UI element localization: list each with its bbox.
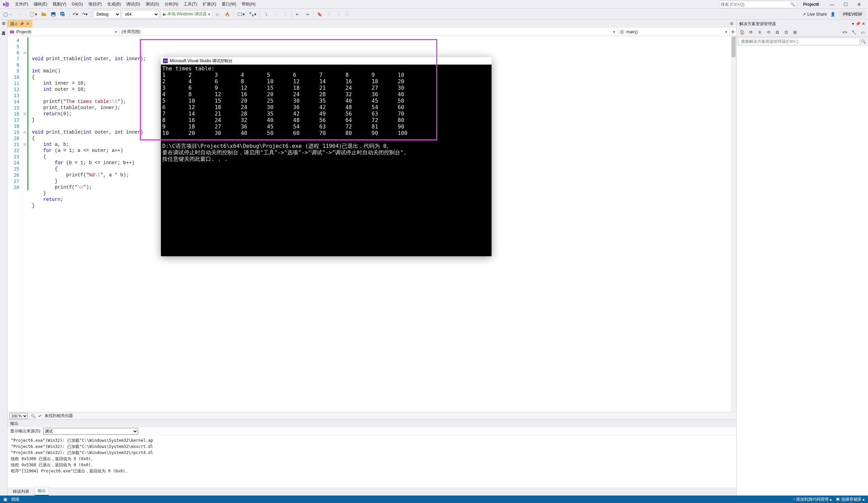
svg-rect-8	[249, 12, 251, 14]
editor-scrollbar[interactable]	[731, 36, 736, 412]
solution-tree[interactable]	[737, 46, 868, 495]
function-icon	[620, 30, 624, 34]
panel-menu-icon[interactable]: ▾	[852, 21, 854, 26]
undo-button[interactable]: ↶▾	[71, 10, 80, 18]
console-titlebar[interactable]: VS Microsoft Visual Studio 调试控制台	[161, 57, 492, 64]
menu-item[interactable]: 测试(S)	[143, 1, 162, 8]
sp-btn-5[interactable]: ⊟	[774, 29, 781, 36]
menu-item[interactable]: Git(G)	[69, 1, 85, 8]
hot-reload-button[interactable]: 🔥	[223, 10, 231, 18]
menu-search-box[interactable]: 🔍	[719, 1, 797, 8]
menu-item[interactable]: 项目(P)	[85, 1, 105, 8]
sp-btn-6[interactable]: ⊡	[783, 29, 789, 36]
tab-output[interactable]: 输出	[35, 487, 49, 495]
add-source-control[interactable]: ↑ 添加到源代码管理 ▴	[793, 496, 832, 502]
output-source-select[interactable]: 调试	[43, 428, 138, 435]
console-output[interactable]: The times table: 1 2 3 4 5 6 7 8 9 10 2 …	[161, 64, 492, 256]
output-text[interactable]: "Project6.exe"(Win32): 已加载"C:\Windows\Sy…	[8, 435, 736, 487]
minimize-button[interactable]: —	[825, 0, 839, 9]
start-nodebug-button[interactable]: ▷	[214, 10, 222, 18]
tb-btn-1[interactable]: ▾	[236, 10, 246, 18]
console-title-text: Microsoft Visual Studio 调试控制台	[170, 58, 232, 64]
line-number-gutter: 4567891011121314151617181920212223242526…	[8, 36, 22, 412]
nav-scope-select[interactable]: (全局范围) ▾	[120, 28, 618, 36]
step-into-button[interactable]: ⤵	[262, 10, 270, 18]
solution-search-input[interactable]	[739, 38, 859, 45]
menu-item[interactable]: 生成(B)	[105, 1, 124, 8]
tab-settings-icon[interactable]: ⚙	[730, 21, 734, 26]
redo-button[interactable]: ↷▾	[81, 10, 89, 18]
pin-icon[interactable]: 📌	[19, 22, 24, 26]
menu-item[interactable]: 工具(T)	[181, 1, 199, 8]
panel-pin-icon[interactable]: 📌	[856, 21, 860, 26]
tab-label: 源.c	[10, 21, 17, 27]
sp-btn-7[interactable]: ⊞	[792, 29, 798, 36]
output-header: 输出	[8, 420, 736, 427]
scrollbar-thumb[interactable]	[732, 37, 736, 57]
sp-btn-3[interactable]: ⎘	[756, 29, 763, 36]
menu-item[interactable]: 调试(D)	[124, 1, 143, 8]
wrench-button[interactable]: 🔧	[850, 29, 857, 36]
toolbox-tab[interactable]: 工具箱	[0, 27, 7, 30]
save-all-button[interactable]	[59, 10, 67, 18]
chevron-down-icon: ▾	[115, 30, 117, 34]
maximize-button[interactable]: ☐	[839, 0, 852, 9]
editor-status-row: 100 % 🔍 ✔ 未找到相关问题	[8, 412, 736, 419]
tb-btn-7[interactable]: ⎘	[325, 10, 333, 18]
vs-icon: VS	[163, 59, 168, 63]
nav-project-select[interactable]: Project6 ▾	[8, 28, 120, 36]
menu-item[interactable]: 文件(F)	[12, 1, 31, 8]
tb-btn-9[interactable]: ⎘▾	[344, 10, 352, 18]
solution-explorer-panel: 解决方案资源管理器 ▾ 📌 ✕ 🏠 ⟳ ⎘ ⟲ ⊟ ⊡ ⊞ <> 🔧 ▭ 🔍	[736, 20, 868, 495]
editor-tab-source-c[interactable]: 源.c 📌 ✕	[8, 20, 32, 28]
svg-marker-1	[6, 1, 9, 7]
sp-btn-4[interactable]: ⟲	[765, 29, 772, 36]
menu-item[interactable]: 窗口(W)	[219, 1, 239, 8]
tab-close-icon[interactable]: ✕	[26, 21, 30, 26]
menu-search-input[interactable]	[721, 2, 790, 7]
nav-back-button[interactable]: ◯ ←	[2, 10, 14, 18]
sp-btn-10[interactable]: ▭	[859, 29, 866, 36]
status-ready: 就绪	[11, 496, 19, 502]
close-button[interactable]: ✕	[852, 0, 866, 9]
platform-select[interactable]: x64	[122, 10, 159, 18]
panel-close-icon[interactable]: ✕	[862, 21, 865, 26]
bookmark-button[interactable]: 🔖	[316, 10, 324, 18]
issues-icon[interactable]: 🔍	[31, 414, 35, 419]
solution-toolbar: 🏠 ⟳ ⎘ ⟲ ⊟ ⊡ ⊞ <> 🔧 ▭	[737, 28, 868, 37]
debug-console-window[interactable]: VS Microsoft Visual Studio 调试控制台 The tim…	[161, 57, 492, 256]
indent-right-button[interactable]: ⇥	[303, 10, 311, 18]
split-editor-button[interactable]: ✢	[730, 28, 736, 36]
chevron-down-icon: ▾	[613, 30, 615, 34]
menu-item[interactable]: 编辑(E)	[31, 1, 50, 8]
menu-item[interactable]: 分析(N)	[162, 1, 181, 8]
nav-function-select[interactable]: main() ▾	[618, 28, 730, 36]
step-over-button[interactable]: ⤻	[271, 10, 280, 18]
menu-item[interactable]: 视图(V)	[50, 1, 69, 8]
bottom-tabs: 错误列表 输出	[8, 487, 736, 495]
account-button[interactable]: 👤	[829, 10, 837, 18]
indent-left-button[interactable]: ⇤	[293, 10, 302, 18]
select-repo[interactable]: ▣ 选择存储库 ▴	[836, 496, 865, 502]
start-debug-button[interactable]: ▶ 本地 Windows 调试器 ▾	[161, 10, 212, 18]
ready-icon: ▣	[3, 497, 7, 502]
rail-icon-1[interactable]: ⊞	[2, 21, 6, 26]
new-file-button[interactable]: ▾	[28, 10, 38, 18]
live-share-button[interactable]: ↗ Live Share	[803, 12, 827, 17]
zoom-select[interactable]: 100 %	[10, 413, 28, 419]
home-button[interactable]: 🏠	[739, 29, 745, 36]
step-out-button[interactable]: ⤴	[281, 10, 289, 18]
output-source-label: 显示输出来源(S):	[10, 428, 41, 434]
menu-item[interactable]: 扩展(X)	[200, 1, 219, 8]
sync-button[interactable]: ⟳	[747, 29, 754, 36]
config-select[interactable]: Debug	[93, 10, 121, 18]
save-button[interactable]	[49, 10, 58, 18]
tb-btn-2[interactable]: ▾	[247, 10, 258, 18]
menu-item[interactable]: 帮助(H)	[239, 1, 258, 8]
open-file-button[interactable]	[40, 10, 48, 18]
tab-error-list[interactable]: 错误列表	[10, 488, 32, 495]
tb-btn-8[interactable]: ⎘	[335, 10, 343, 18]
change-indicator	[27, 37, 29, 190]
code-view-button[interactable]: <>	[841, 29, 848, 36]
nav-fwd-button[interactable]: →	[16, 10, 24, 18]
